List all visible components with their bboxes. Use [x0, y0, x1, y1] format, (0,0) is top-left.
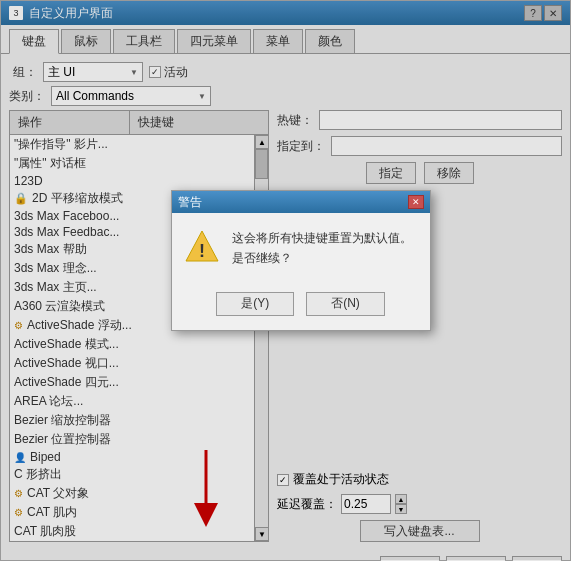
dialog-title-bar: 警告 ✕	[172, 191, 430, 213]
main-window: 3 自定义用户界面 ? ✕ 键盘 鼠标 工具栏 四元菜单 菜单 颜色	[0, 0, 571, 561]
dialog-no-button[interactable]: 否(N)	[306, 292, 385, 316]
dialog-yes-button[interactable]: 是(Y)	[216, 292, 294, 316]
warning-dialog: 警告 ✕ ! 这会将所有快捷键重置为默认值。 是否继续？ 是(Y) 否(N)	[171, 190, 431, 330]
dialog-close-button[interactable]: ✕	[408, 195, 424, 209]
dialog-title: 警告	[178, 194, 202, 211]
warning-icon: !	[184, 229, 220, 265]
dialog-overlay: 警告 ✕ ! 这会将所有快捷键重置为默认值。 是否继续？ 是(Y) 否(N)	[1, 1, 570, 560]
dialog-buttons: 是(Y) 否(N)	[172, 284, 430, 330]
svg-text:!: !	[199, 241, 205, 261]
dialog-body: ! 这会将所有快捷键重置为默认值。 是否继续？	[172, 213, 430, 283]
dialog-message: 这会将所有快捷键重置为默认值。 是否继续？	[232, 229, 412, 267]
